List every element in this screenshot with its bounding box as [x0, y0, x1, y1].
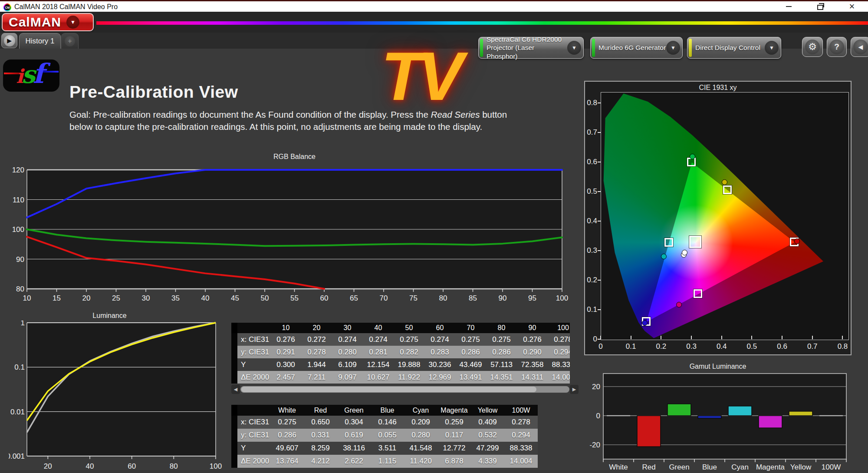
- svg-text:45: 45: [231, 294, 239, 302]
- table-row: 102030405060708090100: [231, 323, 570, 333]
- table-value: 49.607: [270, 442, 304, 455]
- svg-text:Red: Red: [642, 463, 655, 471]
- table-value: 0.650: [304, 416, 337, 429]
- gamut-luminance-title: Gamut Luminance: [584, 363, 852, 370]
- table-value: 12.772: [437, 442, 471, 455]
- cie-y-tick: [598, 103, 601, 103]
- svg-text:10: 10: [23, 294, 31, 302]
- meter-dropdown-label: SpectraCal C6 HDR2000Projector (Laser Ph…: [487, 35, 567, 60]
- cie-y-tick: [598, 191, 601, 192]
- svg-text:30: 30: [142, 294, 150, 302]
- table-value: 0.409: [471, 416, 504, 429]
- cie-y-tick: [598, 162, 601, 162]
- cie-y-tick-label: 0.5: [586, 187, 597, 196]
- scroll-left-button[interactable]: ◀: [231, 385, 240, 394]
- table-value: 41.548: [404, 442, 437, 455]
- close-button[interactable]: ×: [842, 1, 861, 12]
- column-header: 100: [548, 323, 570, 333]
- table-cell: [237, 323, 270, 333]
- table-value: 0.209: [404, 416, 437, 429]
- table-row: y: CIE310.2910.2780.2800.2810.2820.2830.…: [231, 346, 570, 358]
- scrollbar-track[interactable]: [240, 386, 569, 393]
- cie-y-tick-label: 0.2: [586, 276, 597, 284]
- table-cell: [231, 358, 237, 371]
- svg-text:120: 120: [12, 166, 24, 174]
- bar-yellow: [789, 411, 812, 416]
- row-label: ΔE 2000: [237, 371, 270, 384]
- table-value: 0.274: [363, 333, 394, 346]
- table-value: 14.004: [548, 371, 570, 384]
- column-header: 60: [424, 323, 455, 333]
- rainbow-gradient-bar: [96, 21, 868, 25]
- help-button[interactable]: ?: [827, 37, 847, 57]
- svg-text:85: 85: [469, 294, 477, 302]
- table-value: 0.278: [548, 333, 570, 346]
- column-header: Blue: [371, 405, 404, 416]
- table-value: 0.291: [270, 346, 301, 358]
- svg-text:15: 15: [53, 294, 61, 302]
- meter-status-indicator: [480, 39, 483, 57]
- table-value: 12.969: [424, 371, 455, 384]
- generator-dropdown[interactable]: Murideo 6G Generator ▼: [590, 37, 683, 59]
- table-cell: [231, 455, 237, 468]
- table-value: 0.275: [455, 333, 486, 346]
- column-header: 20: [301, 323, 332, 333]
- chevron-left-icon: ◀: [853, 40, 868, 54]
- table-value: 1.115: [371, 455, 404, 468]
- tab-history-1[interactable]: History 1: [19, 33, 61, 49]
- svg-text:75: 75: [409, 294, 418, 302]
- cie-x-tick: [751, 336, 752, 339]
- gamut-luminance-chart: 200-20WhiteRedGreenBlueCyanMagentaYellow…: [584, 362, 852, 473]
- chevron-down-icon: ▼: [66, 16, 79, 29]
- bar-cyan: [728, 406, 752, 416]
- table-value: 14.311: [517, 371, 548, 384]
- table-value: 0.278: [504, 416, 538, 429]
- scroll-right-button[interactable]: ▶: [570, 385, 579, 394]
- cie-measured-dot-yellow: [722, 179, 727, 185]
- table-value: 88.338: [504, 442, 538, 455]
- column-header: 80: [486, 323, 517, 333]
- table-value: 30.236: [424, 358, 455, 371]
- chevron-down-icon: ▼: [666, 41, 680, 55]
- row-label: y: CIE31: [237, 429, 270, 442]
- display-control-dropdown[interactable]: Direct Display Control ▼: [687, 37, 781, 59]
- table-value: 6.109: [332, 358, 363, 371]
- cie-y-tick-label: 0.3: [586, 246, 597, 255]
- table-value: 0.274: [424, 333, 455, 346]
- meter-dropdown[interactable]: SpectraCal C6 HDR2000Projector (Laser Ph…: [478, 37, 584, 59]
- settings-button[interactable]: ⚙: [802, 37, 823, 57]
- table-value: 0.281: [363, 346, 394, 358]
- minimize-icon: [786, 6, 792, 7]
- svg-text:35: 35: [171, 294, 180, 302]
- cie-measured-dot-magenta: [676, 302, 682, 308]
- calman-menu-button[interactable]: CalMAN ▼: [2, 13, 94, 31]
- restore-button[interactable]: [811, 1, 830, 12]
- column-header: Red: [304, 405, 337, 416]
- cie-y-tick-label: 0.1: [586, 305, 597, 314]
- table-value: 0.146: [371, 416, 404, 429]
- svg-text:80: 80: [439, 294, 447, 302]
- brand-bar: CalMAN ▼: [0, 12, 868, 33]
- tab-scroll-button[interactable]: ▶: [1, 33, 17, 48]
- svg-text:100: 100: [12, 225, 24, 234]
- svg-text:20: 20: [82, 294, 91, 302]
- cie-x-tick-label: 0: [592, 342, 609, 351]
- svg-text:80: 80: [16, 285, 24, 293]
- cie-x-tick: [782, 336, 783, 339]
- add-tab-button[interactable]: +: [61, 33, 79, 49]
- cie-y-tick: [598, 280, 601, 281]
- svg-text:60: 60: [128, 462, 136, 470]
- table-value: 57.113: [486, 358, 517, 371]
- minimize-button[interactable]: [779, 1, 798, 12]
- table-value: 0.275: [486, 333, 517, 346]
- column-header: White: [270, 405, 304, 416]
- gamut-luminance-panel: 200-20WhiteRedGreenBlueCyanMagentaYellow…: [584, 362, 852, 473]
- column-header: 50: [394, 323, 424, 333]
- table-cell: [231, 416, 237, 429]
- table-value: 0.282: [394, 346, 424, 358]
- cie-y-tick: [598, 339, 601, 340]
- collapse-panel-button[interactable]: ◀: [851, 37, 868, 57]
- table-value: 14.351: [486, 371, 517, 384]
- cie-x-tick: [842, 336, 843, 339]
- scrollbar-thumb[interactable]: [241, 387, 536, 392]
